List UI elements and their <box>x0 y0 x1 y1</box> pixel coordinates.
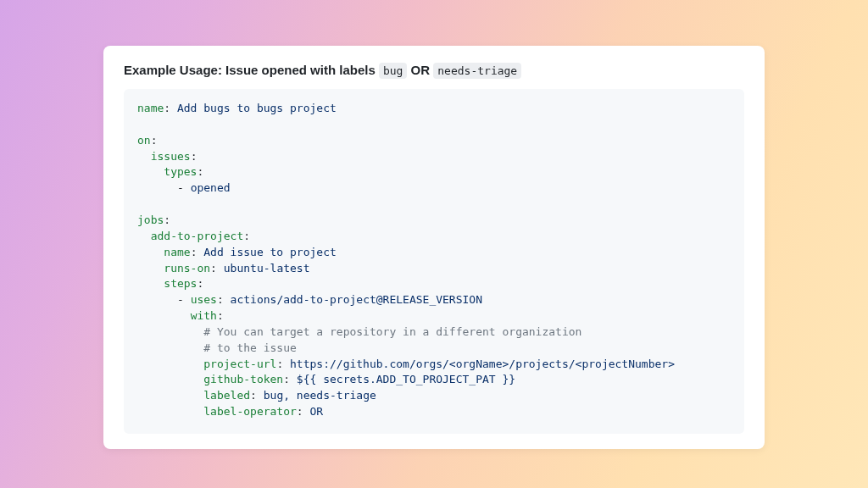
yaml-comment: # You can target a repository in a diffe… <box>203 325 581 338</box>
heading-code-needs-triage: needs-triage <box>433 63 521 79</box>
yaml-key: steps <box>164 277 197 290</box>
yaml-key: add-to-project <box>151 230 244 242</box>
yaml-code-block: name: Add bugs to bugs project on: issue… <box>124 89 744 434</box>
yaml-key: github-token <box>203 373 283 385</box>
yaml-key: uses <box>191 293 217 306</box>
yaml-key: project-url <box>203 358 276 370</box>
yaml-key: on <box>137 134 151 147</box>
yaml-value: Add bugs to bugs project <box>177 102 337 114</box>
yaml-key: types <box>164 165 197 178</box>
yaml-value: https://github.com/orgs/<orgName>/projec… <box>290 358 675 370</box>
yaml-comment: # to the issue <box>203 341 297 354</box>
heading-mid: OR <box>407 63 433 77</box>
yaml-key: labeled <box>203 389 250 402</box>
yaml-value: ${{ secrets.ADD_TO_PROJECT_PAT }} <box>297 373 515 385</box>
doc-card: Example Usage: Issue opened with labels … <box>103 46 765 449</box>
heading-prefix: Example Usage: Issue opened with labels <box>124 63 379 77</box>
yaml-key: with <box>191 309 217 322</box>
yaml-value: actions/add-to-project@RELEASE_VERSION <box>231 293 482 306</box>
yaml-key: jobs <box>137 214 164 226</box>
yaml-value: opened <box>191 181 231 194</box>
yaml-value: OR <box>310 405 324 418</box>
yaml-key: issues <box>151 150 191 163</box>
yaml-key: label-operator <box>203 405 297 418</box>
heading-code-bug: bug <box>379 63 407 79</box>
example-heading: Example Usage: Issue opened with labels … <box>124 63 744 77</box>
yaml-value: bug, needs-triage <box>264 389 376 402</box>
yaml-key: runs-on <box>164 262 210 274</box>
yaml-value: ubuntu-latest <box>224 262 310 274</box>
yaml-key: name <box>164 246 190 258</box>
yaml-key: name <box>137 102 164 114</box>
yaml-value: Add issue to project <box>203 246 337 258</box>
